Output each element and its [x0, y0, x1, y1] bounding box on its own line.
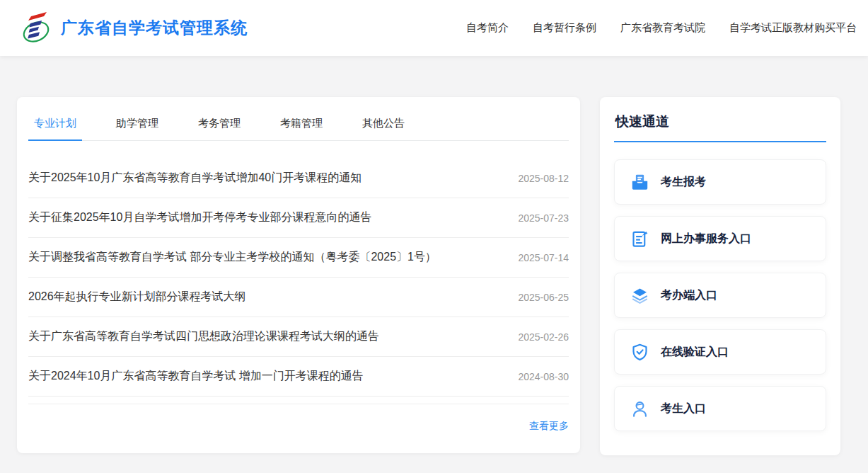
notice-title[interactable]: 关于征集2025年10月自学考试增加开考停考专业部分课程意向的通告 [28, 210, 504, 225]
main-content: 专业计划 助学管理 考务管理 考籍管理 其他公告 关于2025年10月广东省高等… [0, 56, 868, 455]
site-header: 广东省自学考试管理系统 自考简介 自考暂行条例 广东省教育考试院 自学考试正版教… [0, 0, 868, 56]
tab-other-announcements[interactable]: 其他公告 [357, 113, 410, 141]
quick-item-online-services[interactable]: 网上办事服务入口 [614, 216, 826, 261]
quick-item-online-verification[interactable]: 在线验证入口 [614, 329, 826, 375]
brand: 广东省自学考试管理系统 [21, 10, 248, 47]
notice-list: 关于2025年10月广东省高等教育自学考试增加40门开考课程的通知 2025-0… [28, 159, 569, 404]
quick-item-label: 考生报考 [661, 175, 706, 190]
exam-authority-logo-icon [21, 10, 51, 47]
quick-channel-title: 快速通道 [614, 113, 826, 142]
notice-tabs: 专业计划 助学管理 考务管理 考籍管理 其他公告 [28, 97, 569, 141]
nav-link-exam-authority[interactable]: 广东省教育考试院 [620, 21, 705, 35]
quick-item-label: 考生入口 [661, 401, 706, 416]
notice-date: 2025-02-26 [504, 331, 569, 343]
quick-item-label: 在线验证入口 [661, 345, 729, 360]
nav-link-intro[interactable]: 自考简介 [466, 21, 509, 35]
layers-icon [630, 286, 649, 305]
user-icon [630, 399, 649, 418]
quick-channel-list: 考生报考 网上办事服务入口 考办端入口 [614, 159, 826, 431]
notice-date: 2025-07-14 [504, 252, 569, 263]
notice-row[interactable]: 关于2024年10月广东省高等教育自学考试 增加一门开考课程的通告 2024-0… [28, 357, 569, 397]
shield-check-icon [630, 343, 649, 362]
notice-date: 2025-08-12 [504, 173, 569, 184]
nav-link-regulations[interactable]: 自考暂行条例 [533, 21, 596, 35]
tab-exam-affairs[interactable]: 考务管理 [192, 113, 246, 141]
notice-row[interactable]: 2026年起执行专业新计划部分课程考试大纲 2025-06-25 [28, 278, 569, 317]
quick-channel-panel: 快速通道 考生报考 网上办事服务入口 [600, 97, 840, 455]
view-more-row: 查看更多 [28, 404, 569, 433]
nav-link-textbook-platform[interactable]: 自学考试正版教材购买平台 [729, 21, 857, 35]
document-edit-icon [630, 229, 649, 249]
quick-item-label: 网上办事服务入口 [661, 232, 751, 246]
tab-study-support[interactable]: 助学管理 [110, 113, 164, 141]
list-divider [28, 397, 569, 404]
tab-major-plans[interactable]: 专业计划 [28, 113, 82, 141]
top-nav: 自考简介 自考暂行条例 广东省教育考试院 自学考试正版教材购买平台 [466, 21, 857, 35]
tab-exam-records[interactable]: 考籍管理 [274, 113, 328, 141]
notice-date: 2024-08-30 [504, 371, 569, 382]
quick-item-candidate-registration[interactable]: 考生报考 [614, 159, 826, 205]
notice-title[interactable]: 关于2025年10月广东省高等教育自学考试增加40门开考课程的通知 [28, 171, 504, 186]
view-more-link[interactable]: 查看更多 [529, 420, 569, 433]
quick-item-label: 考办端入口 [661, 288, 717, 303]
quick-item-candidate-portal[interactable]: 考生入口 [614, 386, 826, 431]
notice-row[interactable]: 关于调整我省高等教育自学考试 部分专业主考学校的通知（粤考委〔2025〕1号） … [28, 238, 569, 278]
notice-row[interactable]: 关于广东省高等教育自学考试四门思想政治理论课课程考试大纲的通告 2025-02-… [28, 317, 569, 357]
notice-date: 2025-06-25 [504, 292, 569, 303]
notice-panel: 专业计划 助学管理 考务管理 考籍管理 其他公告 关于2025年10月广东省高等… [17, 97, 580, 453]
inbox-mail-icon [630, 173, 649, 192]
notice-date: 2025-07-23 [504, 212, 569, 224]
notice-title[interactable]: 关于2024年10月广东省高等教育自学考试 增加一门开考课程的通告 [28, 369, 504, 384]
site-title: 广东省自学考试管理系统 [61, 17, 248, 39]
notice-title[interactable]: 关于调整我省高等教育自学考试 部分专业主考学校的通知（粤考委〔2025〕1号） [28, 250, 504, 265]
quick-item-exam-office-portal[interactable]: 考办端入口 [614, 273, 826, 318]
notice-title[interactable]: 2026年起执行专业新计划部分课程考试大纲 [28, 290, 504, 304]
notice-row[interactable]: 关于2025年10月广东省高等教育自学考试增加40门开考课程的通知 2025-0… [28, 159, 569, 198]
notice-title[interactable]: 关于广东省高等教育自学考试四门思想政治理论课课程考试大纲的通告 [28, 329, 504, 344]
notice-row[interactable]: 关于征集2025年10月自学考试增加开考停考专业部分课程意向的通告 2025-0… [28, 198, 569, 238]
